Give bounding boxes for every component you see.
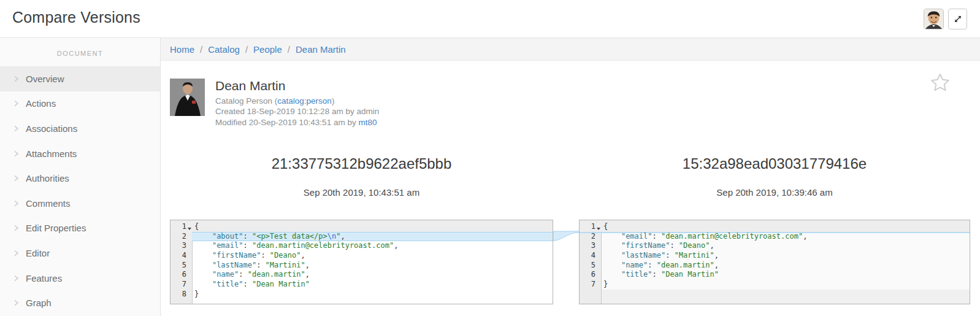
breadcrumb-separator: / [200, 44, 202, 55]
code-line-content: } [601, 280, 970, 290]
line-number: 4 [580, 251, 601, 261]
modified-by-link[interactable]: mt80 [358, 118, 377, 127]
code-fold-icon[interactable] [597, 228, 600, 230]
document-thumbnail[interactable] [170, 79, 205, 116]
modified-prefix: Modified 20-Sep-2019 10:43:51 am by [215, 118, 358, 127]
sidebar-item-comments[interactable]: Comments [0, 191, 160, 216]
line-number: 7 [580, 280, 601, 290]
code-line: 8} [170, 290, 553, 299]
content-area: Home/Catalog/People/Dean Martin Dean Mar… [161, 38, 980, 316]
code-line: 2 "email": "dean.martin@celebrityroast.c… [580, 232, 970, 242]
code-line-content: "title": "Dean Martin" [192, 280, 553, 290]
breadcrumb-link-people[interactable]: People [253, 44, 282, 55]
sidebar-item-attachments[interactable]: Attachments [0, 141, 160, 166]
favorite-star-button[interactable] [930, 72, 951, 95]
sidebar-item-features[interactable]: Features [0, 266, 160, 291]
sidebar-item-authorities[interactable]: Authorities [0, 166, 160, 191]
sidebar-item-label: Edit Properties [26, 223, 86, 233]
line-number: 3 [170, 241, 192, 251]
type-definition-link[interactable]: catalog:person [277, 96, 332, 106]
version-id-left: 21:33775312b9622aef5bbb [170, 155, 553, 172]
collapse-header-button[interactable] [948, 9, 967, 29]
code-line: 2 "about": "<p>Test data</p>\n", [170, 232, 553, 242]
document-title: Dean Martin [215, 79, 379, 93]
breadcrumb-separator: / [245, 44, 248, 55]
sidebar-section-label: DOCUMENT [0, 50, 160, 57]
created-line: Created 18-Sep-2019 10:12:28 am by admin [215, 106, 379, 117]
code-fold-icon[interactable] [188, 228, 191, 230]
document-profile: Dean Martin Catalog Person (catalog:pers… [170, 79, 980, 128]
chevron-right-icon [12, 75, 26, 83]
type-suffix: ) [332, 96, 335, 106]
sidebar-item-label: Features [26, 273, 62, 283]
breadcrumb: Home/Catalog/People/Dean Martin [170, 44, 346, 55]
diff-connector [553, 220, 579, 304]
code-line: 6 "name": "dean.martin", [170, 270, 553, 280]
editor-filler [602, 290, 970, 304]
breadcrumb-separator: / [288, 44, 290, 55]
sidebar-item-editor[interactable]: Editor [0, 241, 160, 266]
sidebar-item-label: Associations [26, 123, 77, 134]
diff-editor-left[interactable]: 1{2 "about": "<p>Test data</p>\n",3 "ema… [170, 220, 553, 304]
code-line-content: "name": "dean.martin", [601, 261, 970, 271]
sidebar-item-label: Authorities [26, 173, 69, 183]
breadcrumb-bar: Home/Catalog/People/Dean Martin [161, 38, 980, 61]
sidebar-item-label: Attachments [26, 148, 77, 159]
diff-merge-view: 1{2 "about": "<p>Test data</p>\n",3 "ema… [170, 220, 970, 304]
sidebar-item-label: Actions [26, 98, 56, 109]
compare-versions-page: Compare Versions [0, 0, 980, 316]
sidebar-item-list: OverviewActionsAssociationsAttachmentsAu… [0, 66, 160, 315]
chevron-right-icon [12, 99, 26, 107]
version-id-right: 15:32a98ead03031779416e [579, 155, 970, 172]
diff-editor-right[interactable]: 1{2 "email": "dean.martin@celebrityroast… [579, 220, 970, 304]
user-avatar[interactable] [924, 9, 944, 29]
chevron-right-icon [12, 199, 26, 207]
version-date-left: Sep 20th 2019, 10:43:51 am [170, 187, 553, 198]
line-number: 5 [580, 261, 601, 271]
collapse-icon [954, 15, 962, 23]
breadcrumb-link-home[interactable]: Home [170, 44, 194, 55]
sidebar-item-overview[interactable]: Overview [0, 66, 160, 91]
code-line: 5 "lastName": "Martini", [170, 261, 553, 271]
type-prefix: Catalog Person ( [215, 96, 277, 106]
line-number: 6 [170, 270, 192, 280]
code-line-content: "lastName": "Martini", [192, 261, 553, 271]
line-number: 4 [170, 251, 192, 261]
sidebar-item-label: Overview [26, 74, 64, 84]
main-layout: DOCUMENT OverviewActionsAssociationsAtta… [0, 38, 980, 316]
code-line: 3 "firstName": "Deano", [580, 241, 970, 251]
line-number: 8 [170, 290, 192, 299]
breadcrumb-link-catalog[interactable]: Catalog [208, 44, 240, 55]
modified-line: Modified 20-Sep-2019 10:43:51 am by mt80 [215, 117, 379, 128]
chevron-right-icon [12, 125, 26, 133]
line-number: 1 [170, 222, 192, 232]
chevron-right-icon [12, 150, 26, 158]
sidebar-item-graph[interactable]: Graph [0, 290, 160, 315]
code-line: 3 "email": "dean.martin@celebrityroast.c… [170, 241, 553, 251]
sidebar-item-label: Editor [26, 248, 50, 258]
sidebar-item-label: Graph [26, 298, 52, 308]
line-number: 7 [170, 280, 192, 290]
code-line: 7 "title": "Dean Martin" [170, 280, 553, 290]
line-number: 1 [580, 222, 601, 232]
code-line-content: "email": "dean.martin@celebrityroast.com… [192, 241, 553, 251]
code-line-content: "about": "<p>Test data</p>\n", [192, 232, 553, 242]
line-number: 6 [580, 270, 601, 280]
chevron-right-icon [12, 299, 26, 307]
code-line-content: "email": "dean.martin@celebrityroast.com… [601, 232, 970, 242]
document-sidebar: DOCUMENT OverviewActionsAssociationsAtta… [0, 38, 161, 316]
sidebar-item-actions[interactable]: Actions [0, 91, 160, 117]
app-header: Compare Versions [0, 0, 980, 38]
page-title: Compare Versions [12, 9, 140, 26]
breadcrumb-link-dean-martin[interactable]: Dean Martin [296, 44, 346, 55]
code-line-content: "firstName": "Deano", [192, 251, 553, 261]
avatar-image [924, 9, 943, 29]
code-line-content: { [192, 222, 553, 232]
version-date-right: Sep 20th 2019, 10:39:46 am [579, 187, 970, 198]
sidebar-item-edit-properties[interactable]: Edit Properties [0, 216, 160, 241]
code-line: 7} [580, 280, 970, 290]
sidebar-item-associations[interactable]: Associations [0, 116, 160, 141]
code-line-content: "lastName": "Martini", [601, 251, 970, 261]
code-line: 5 "name": "dean.martin", [580, 261, 970, 271]
person-photo [170, 79, 205, 116]
